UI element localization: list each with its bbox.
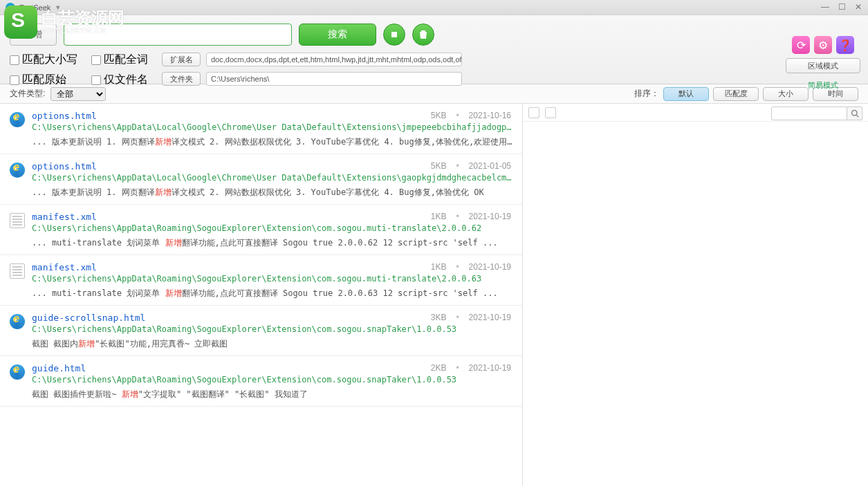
result-snippet: ... 版本更新说明 1. 网页翻译新增译文模式 2. 网站数据权限优化 3. … xyxy=(32,136,513,148)
results-list[interactable]: options.htmlC:\Users\richens\AppData\Loc… xyxy=(0,104,523,485)
watermark-name: 白芸资源网 xyxy=(41,10,124,26)
result-snippet: 截图 截图内新增"长截图"功能,用完真香~ 立即截图 xyxy=(32,338,513,350)
document-icon xyxy=(10,263,25,279)
result-path: C:\Users\richens\AppData\Roaming\SogouEx… xyxy=(32,223,513,233)
result-meta: 2KB•2021-10-19 xyxy=(431,363,511,373)
svg-point-1 xyxy=(851,111,857,116)
watermark-sub: WWW.52BYW.CN xyxy=(41,28,124,35)
result-item[interactable]: options.htmlC:\Users\richens\AppData\Loc… xyxy=(0,154,522,205)
minimize-button[interactable]: — xyxy=(820,1,831,12)
stop-icon xyxy=(389,29,400,40)
ie-icon xyxy=(10,364,25,380)
result-snippet: 截图 截图插件更新啦~ 新增"文字提取" "截图翻译" "长截图" 我知道了 xyxy=(32,389,513,400)
result-item[interactable]: options.htmlC:\Users\richens\AppData\Loc… xyxy=(0,104,522,154)
result-item[interactable]: manifest.xmlC:\Users\richens\AppData\Roa… xyxy=(0,205,522,255)
sort-label: 排序： xyxy=(634,88,659,100)
filetype-label: 文件类型: xyxy=(10,88,45,100)
zone-mode-button[interactable]: 区域模式 xyxy=(786,58,860,73)
maximize-button[interactable]: ☐ xyxy=(836,1,847,12)
result-item[interactable]: guide-scrollsnap.htmlC:\Users\richens\Ap… xyxy=(0,306,522,356)
match-whole-label: 匹配全词 xyxy=(104,53,148,67)
document-icon xyxy=(10,213,25,228)
preview-search-button[interactable] xyxy=(847,106,862,120)
help-icon[interactable]: ❓ xyxy=(836,36,854,54)
titlebar: TextSeek ▼ — ☐ ✕ xyxy=(0,0,868,15)
preview-file-icon[interactable] xyxy=(528,107,539,118)
ext-label: 扩展名 xyxy=(162,53,201,66)
result-item[interactable]: guide.htmlC:\Users\richens\AppData\Roami… xyxy=(0,356,522,407)
close-button[interactable]: ✕ xyxy=(853,1,864,12)
result-path: C:\Users\richens\AppData\Local\Google\Ch… xyxy=(32,173,513,183)
sort-match-button[interactable]: 匹配度 xyxy=(713,87,759,101)
svg-line-2 xyxy=(856,115,858,117)
filename-only-checkbox[interactable]: 仅文件名 xyxy=(91,73,148,87)
match-begin-checkbox[interactable]: 匹配原始 xyxy=(10,73,77,87)
folder-field[interactable]: C:\Users\richens\ xyxy=(206,72,462,86)
result-meta: 3KB•2021-10-19 xyxy=(431,313,511,322)
folder-label: 文件夹 xyxy=(162,72,201,86)
easy-mode-link[interactable]: 简易模式 xyxy=(808,80,838,91)
filetype-select[interactable]: 全部 xyxy=(50,87,106,101)
preview-folder-icon[interactable] xyxy=(545,107,556,118)
toolbar: 白芸资源网 WWW.52BYW.CN 新增 搜索 匹配大小写 匹配原始 匹配全词… xyxy=(0,15,868,84)
result-meta: 1KB•2021-10-19 xyxy=(431,262,511,272)
result-snippet: ... muti-translate 划词菜单 新增翻译功能,点此可直接翻译 S… xyxy=(32,288,513,299)
match-begin-label: 匹配原始 xyxy=(22,73,66,87)
trash-icon xyxy=(418,29,429,40)
result-path: C:\Users\richens\AppData\Local\Google\Ch… xyxy=(32,122,513,132)
result-meta: 5KB•2021-01-05 xyxy=(431,161,511,171)
filename-only-label: 仅文件名 xyxy=(104,73,148,87)
filter-bar: 文件类型: 全部 排序： 默认 匹配度 大小 时间 xyxy=(0,84,868,104)
ext-field[interactable]: doc,docm,docx,dps,dpt,et,ett,htm,html,hw… xyxy=(206,53,462,66)
ie-icon xyxy=(10,314,25,329)
preview-pane xyxy=(523,104,868,485)
watermark-icon xyxy=(4,6,37,39)
search-button[interactable]: 搜索 xyxy=(299,24,376,46)
gear-icon[interactable]: ⚙ xyxy=(814,36,832,54)
sort-default-button[interactable]: 默认 xyxy=(663,87,709,101)
result-snippet: ... 版本更新说明 1. 网页翻译新增译文模式 2. 网站数据权限优化 3. … xyxy=(32,187,513,198)
result-snippet: ... muti-translate 划词菜单 新增翻译功能,点此可直接翻译 S… xyxy=(32,237,513,249)
stop-button[interactable] xyxy=(383,24,405,46)
preview-search-input[interactable] xyxy=(771,106,847,120)
sync-icon[interactable]: ⟳ xyxy=(792,36,810,54)
match-case-label: 匹配大小写 xyxy=(22,53,77,67)
result-path: C:\Users\richens\AppData\Roaming\SogouEx… xyxy=(32,375,513,385)
result-meta: 1KB•2021-10-19 xyxy=(431,212,511,221)
result-item[interactable]: manifest.xmlC:\Users\richens\AppData\Roa… xyxy=(0,255,522,306)
result-meta: 5KB•2021-10-16 xyxy=(431,111,511,120)
ie-icon xyxy=(10,163,25,178)
trash-button[interactable] xyxy=(412,24,434,46)
ie-icon xyxy=(10,112,25,127)
search-icon xyxy=(851,109,859,118)
result-path: C:\Users\richens\AppData\Roaming\SogouEx… xyxy=(32,324,513,334)
watermark-logo: 白芸资源网 WWW.52BYW.CN xyxy=(4,6,124,39)
match-whole-checkbox[interactable]: 匹配全词 xyxy=(91,53,148,67)
right-panel: ⟳ ⚙ ❓ 区域模式 简易模式 xyxy=(785,36,861,91)
svg-rect-0 xyxy=(391,32,397,37)
match-case-checkbox[interactable]: 匹配大小写 xyxy=(10,53,77,67)
result-path: C:\Users\richens\AppData\Roaming\SogouEx… xyxy=(32,274,513,284)
